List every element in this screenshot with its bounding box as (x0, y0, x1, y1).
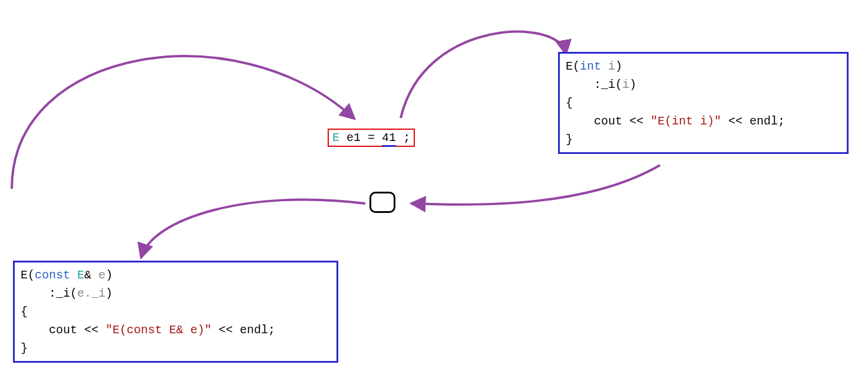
temporary-object-node (369, 192, 395, 213)
ctor-int-line5: } (566, 130, 841, 149)
arrow-topleft-to-center (12, 56, 354, 189)
constructor-int-box: E(int i) :_i(i) { cout << "E(int i)" << … (558, 52, 849, 154)
constructor-copy-box: E(const E& e) :_i(e._i) { cout << "E(con… (13, 261, 338, 363)
ctor-copy-line3: { (21, 303, 331, 321)
ctor-copy-line2: :_i(e._i) (21, 284, 331, 303)
ctor-copy-line5: } (21, 339, 331, 357)
ctor-int-line2: :_i(i) (566, 75, 841, 94)
ctor-int-line1: E(int i) (566, 57, 841, 75)
ctor-copy-line4: cout << "E(const E& e)" << endl; (21, 321, 331, 339)
token-equals: = (368, 131, 375, 145)
ctor-int-line3: { (566, 94, 841, 112)
token-ident: e1 (346, 131, 361, 145)
token-value: 41 (382, 131, 396, 147)
center-statement-box: E e1 = 41 ; (328, 129, 415, 147)
ctor-copy-line1: E(const E& e) (21, 266, 331, 284)
ctor-int-line4: cout << "E(int i)" << endl; (566, 112, 841, 130)
arrow-int-ctor-to-node (412, 165, 660, 205)
arrow-center-to-int-ctor (401, 32, 566, 118)
token-class: E (332, 131, 339, 145)
arrow-node-to-copy-ctor (141, 199, 365, 257)
token-semicolon: ; (403, 131, 410, 145)
